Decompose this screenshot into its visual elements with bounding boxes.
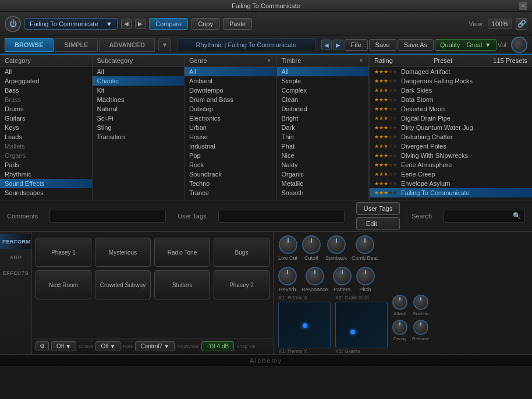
edit-button[interactable]: Edit: [356, 217, 400, 230]
timbre-item[interactable]: Distorted: [277, 104, 369, 114]
copy-button[interactable]: Copy: [191, 18, 219, 30]
vol-knob[interactable]: [511, 37, 527, 53]
category-item[interactable]: Organs: [0, 151, 92, 160]
timbre-item[interactable]: Simple: [277, 76, 369, 86]
genre-item[interactable]: Ambient: [185, 76, 276, 86]
effects-tab[interactable]: EFFECTS: [0, 266, 31, 281]
perform-pad[interactable]: Stutters: [154, 270, 210, 299]
path-next-button[interactable]: ▶: [333, 40, 343, 50]
genre-dropdown-arrow[interactable]: ▼: [267, 58, 272, 63]
category-item[interactable]: Leads: [0, 132, 92, 142]
genre-item[interactable]: Soundtrack: [185, 170, 276, 179]
user-tags-input[interactable]: [218, 210, 345, 223]
next-preset-button[interactable]: ▶: [135, 19, 146, 29]
preset-item[interactable]: ★★★★★Eerie Atmosphere: [370, 160, 532, 170]
genre-item[interactable]: Drum and Bass: [185, 95, 276, 104]
timbre-item[interactable]: Complex: [277, 86, 369, 95]
comments-input[interactable]: [49, 210, 166, 223]
adsr-knob[interactable]: [413, 295, 428, 310]
tab-advanced[interactable]: ADVANCED: [99, 38, 155, 52]
category-item[interactable]: Keys: [0, 123, 92, 132]
fx-knob[interactable]: [302, 235, 321, 254]
timbre-item[interactable]: All: [277, 67, 369, 76]
perform-pad[interactable]: Mysterious: [95, 238, 151, 267]
fx-knob[interactable]: [279, 235, 297, 254]
fx-knob[interactable]: [306, 267, 324, 285]
category-item[interactable]: All: [0, 67, 92, 76]
preset-item[interactable]: ★★★★★Fear of Nature: [370, 197, 532, 198]
preset-item[interactable]: ★★★★★Eerie Creep: [370, 170, 532, 179]
category-item[interactable]: Rhythmic: [0, 170, 92, 179]
category-item[interactable]: Mallets: [0, 142, 92, 151]
subcategory-item[interactable]: Kit: [93, 86, 185, 95]
timbre-item[interactable]: Dark: [277, 123, 369, 132]
preset-item[interactable]: ★★★★★Data Storm: [370, 95, 532, 104]
search-input[interactable]: [448, 213, 510, 220]
preset-item[interactable]: ★★★★★Failing To Communicate: [370, 188, 532, 197]
xy-pad[interactable]: [278, 302, 331, 348]
category-item[interactable]: Soundscapes: [0, 188, 92, 197]
timbre-item[interactable]: Thin: [277, 132, 369, 142]
perform-pad[interactable]: Radio Tone: [154, 238, 210, 267]
timbre-item[interactable]: Organic: [277, 170, 369, 179]
category-item[interactable]: Brass: [0, 95, 92, 104]
rate-control[interactable]: Off▼: [95, 341, 120, 351]
preset-item[interactable]: ★★★★★Disturbing Chatter: [370, 132, 532, 142]
save-button[interactable]: Save: [369, 39, 396, 51]
timbre-item[interactable]: Nasty: [277, 160, 369, 170]
perform-pad[interactable]: Phasey 2: [214, 270, 269, 299]
genre-item[interactable]: Industrial: [185, 142, 276, 151]
timbre-item[interactable]: Metallic: [277, 179, 369, 188]
category-item[interactable]: Bass: [0, 86, 92, 95]
preset-item[interactable]: ★★★★★Dangerous Falling Rocks: [370, 76, 532, 86]
subcategory-item[interactable]: Sting: [93, 123, 185, 132]
xy-pad[interactable]: [335, 302, 388, 348]
genre-item[interactable]: Dubstep: [185, 104, 276, 114]
path-prev-button[interactable]: ◀: [321, 40, 332, 50]
subcategory-item[interactable]: Natural: [93, 104, 185, 114]
preset-item[interactable]: ★★★★★Envelope Asylum: [370, 179, 532, 188]
timbre-item[interactable]: Glitchy: [277, 197, 369, 198]
perform-pad[interactable]: Bugs: [214, 238, 269, 267]
category-item[interactable]: Sound Effects: [0, 179, 92, 188]
compare-button[interactable]: Compare: [149, 18, 188, 30]
preset-item[interactable]: ★★★★★Dark Skies: [370, 86, 532, 95]
category-item[interactable]: Drums: [0, 104, 92, 114]
file-button[interactable]: File: [345, 39, 368, 51]
tab-browse[interactable]: BROWSE: [5, 38, 54, 52]
category-item[interactable]: Pads: [0, 160, 92, 170]
timbre-item[interactable]: Smooth: [277, 188, 369, 197]
paste-button[interactable]: Paste: [223, 18, 252, 30]
perform-tab[interactable]: PERFORM: [0, 234, 31, 249]
category-item[interactable]: Arpeggiated: [0, 76, 92, 86]
close-button[interactable]: ✕: [519, 2, 527, 10]
timbre-item[interactable]: Phat: [277, 142, 369, 151]
genre-item[interactable]: Rock: [185, 160, 276, 170]
fx-knob[interactable]: [356, 267, 375, 285]
preset-item[interactable]: ★★★★★Damaged Artifact: [370, 67, 532, 76]
link-icon[interactable]: 🔗: [516, 18, 527, 30]
adsr-knob[interactable]: [392, 320, 407, 335]
modwheel-control[interactable]: Control7▼: [135, 341, 175, 351]
prev-preset-button[interactable]: ◀: [121, 19, 132, 29]
genre-item[interactable]: All: [185, 67, 276, 76]
subcategory-item[interactable]: Transition: [93, 132, 185, 142]
genre-item[interactable]: Downtempo: [185, 86, 276, 95]
subcategory-item[interactable]: Machines: [93, 95, 185, 104]
octave-control[interactable]: Off▼: [51, 341, 76, 351]
view-value[interactable]: 100%: [488, 19, 512, 29]
timbre-item[interactable]: Clean: [277, 95, 369, 104]
save-as-button[interactable]: Save As: [398, 39, 434, 51]
preset-item[interactable]: ★★★★★Deserted Moon: [370, 104, 532, 114]
tab-simple[interactable]: SIMPLE: [55, 38, 98, 52]
subcategory-item[interactable]: Sci-Fi: [93, 114, 185, 123]
perform-pad[interactable]: Crowded Subway: [95, 270, 151, 299]
arp-tab[interactable]: ARP: [0, 250, 31, 265]
perform-pad[interactable]: Phasey 1: [36, 238, 91, 267]
adsr-knob[interactable]: [413, 320, 428, 335]
perform-pad[interactable]: Next Room: [36, 270, 91, 299]
subcategory-item[interactable]: All: [93, 67, 185, 76]
genre-item[interactable]: Trance: [185, 188, 276, 197]
genre-item[interactable]: Urban: [185, 123, 276, 132]
preset-dropdown-arrow[interactable]: ▼: [106, 20, 112, 27]
